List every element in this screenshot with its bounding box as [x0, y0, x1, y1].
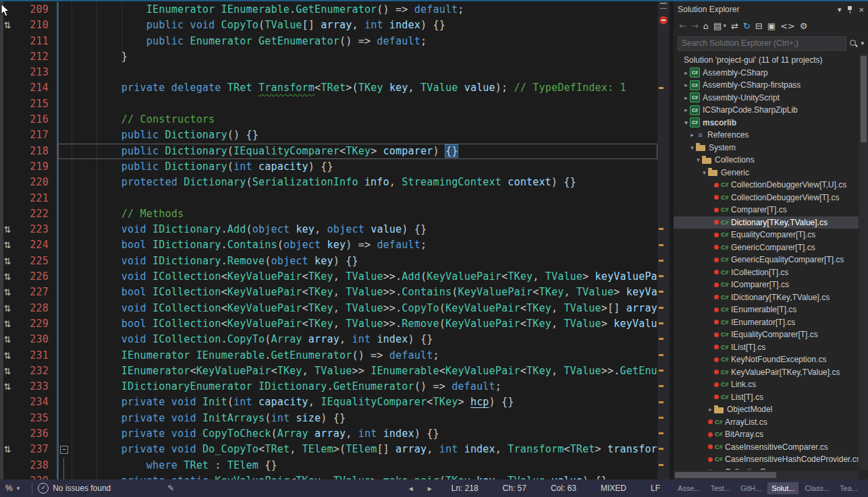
fold-collapse-icon[interactable]: − [60, 446, 68, 454]
properties-button[interactable]: ⚙ [800, 22, 808, 30]
chevron-collapsed-icon[interactable]: ▸ [682, 107, 690, 113]
line-number[interactable]: 211 [15, 34, 58, 49]
code-editor[interactable]: 209 IEnumerator IEnumerable.GetEnumerato… [0, 0, 670, 479]
line-number[interactable]: 218 [15, 144, 58, 159]
code-line[interactable]: ⇅232 IEnumerator<KeyValuePair<TKey, TVal… [0, 363, 657, 379]
code-line[interactable]: 218 public Dictionary(IEqualityComparer<… [0, 144, 657, 159]
line-number[interactable]: 214 [15, 80, 58, 96]
search-input[interactable] [678, 36, 846, 51]
tree-item-ilist-t-cs[interactable]: C#IList[T].cs [674, 341, 859, 354]
search-dropdown-icon[interactable]: ▾ [861, 40, 864, 47]
code-line[interactable]: ⇅226 void ICollection<KeyValuePair<TKey,… [0, 269, 657, 285]
tree-item-dictionary-tkey-tvalue-cs[interactable]: C#Dictionary[TKey,TValue].cs [674, 216, 859, 229]
issues-status[interactable]: No issues found [53, 484, 111, 493]
tree-item-ienumerator-t-cs[interactable]: C#IEnumerator[T].cs [674, 316, 859, 329]
tree-item-collectionbase-cs[interactable]: C#CollectionBase.cs [674, 466, 859, 471]
code-line[interactable]: 215 [0, 96, 657, 112]
tree-item-bitarray-cs[interactable]: C#BitArray.cs [674, 428, 859, 441]
code-line[interactable]: 213 [0, 65, 657, 80]
tool-tab-gith[interactable]: GitH... [736, 482, 765, 494]
code-line[interactable]: 211 public Enumerator GetEnumerator() =>… [0, 34, 657, 49]
line-number[interactable]: 229 [15, 316, 58, 332]
line-number[interactable]: 231 [15, 348, 58, 363]
tree-item-caseinsensitivecomparer-cs[interactable]: C#CaseInsensitiveComparer.cs [674, 441, 859, 454]
code-line[interactable]: 239 private static KeyValuePair<TKey, TV… [0, 473, 657, 479]
tree-item-caseinsensitivehashcodeprovider-cs[interactable]: C#CaseInsensitiveHashCodeProvider.cs [674, 453, 859, 466]
chevron-expanded-icon[interactable]: ▾ [688, 144, 696, 151]
line-number[interactable]: 215 [15, 96, 58, 112]
code-line[interactable]: ⇅224 bool IDictionary.Contains(object ke… [0, 237, 657, 253]
chevron-collapsed-icon[interactable]: ▸ [682, 82, 690, 88]
line-number[interactable]: 228 [15, 301, 58, 316]
outline-margin[interactable]: − [58, 442, 72, 457]
collapse-all-button[interactable]: ⊟ [755, 22, 763, 30]
tree-item-ienumerable-t-cs[interactable]: C#IEnumerable[T].cs [674, 303, 859, 316]
tree-item-arraylist-cs[interactable]: C#ArrayList.cs [674, 416, 859, 429]
chevron-expanded-icon[interactable]: ▾ [682, 119, 690, 126]
code-line[interactable]: ⇅210 public void CopyTo(TValue[] array, … [0, 18, 657, 33]
view-code-button[interactable]: <> [780, 22, 795, 30]
line-number[interactable]: 217 [15, 127, 58, 143]
tree-item-keynotfoundexception-cs[interactable]: C#KeyNotFoundException.cs [674, 353, 859, 366]
tree-item-icomparer-t-cs[interactable]: C#IComparer[T].cs [674, 279, 859, 291]
line-number[interactable]: 227 [15, 285, 58, 300]
code-line[interactable]: 220 protected Dictionary(SerializationIn… [0, 175, 657, 190]
tree-item-solution-project-gui-11-of-11-projects[interactable]: Solution 'project-gui' (11 of 11 project… [674, 54, 859, 67]
line-number[interactable]: 216 [15, 112, 58, 127]
tree-item-icollection-t-cs[interactable]: C#ICollection[T].cs [674, 266, 859, 279]
code-line[interactable]: ⇅223 void IDictionary.Add(object key, ob… [0, 222, 657, 237]
code-line[interactable]: 214 private delegate TRet Transform<TRet… [0, 80, 657, 96]
tree-item-iequalitycomparer-t-cs[interactable]: C#IEqualityComparer[T].cs [674, 328, 859, 341]
tree-item-references[interactable]: ▸≡References [674, 129, 859, 142]
tree-item-link-cs[interactable]: C#Link.cs [674, 378, 859, 391]
chevron-down-icon[interactable]: ▾ [838, 5, 842, 14]
chevron-collapsed-icon[interactable]: ▸ [707, 406, 714, 413]
line-number[interactable]: 230 [15, 332, 58, 347]
line-number[interactable]: 226 [15, 269, 58, 285]
scrollbar-thumb[interactable] [861, 56, 867, 142]
tree-item-assembly-unityscript[interactable]: ▸C#Assembly-UnityScript [674, 92, 859, 105]
line-number[interactable]: 221 [15, 191, 58, 206]
tree-item-keyvaluepair-tkey-tvalue-cs[interactable]: C#KeyValuePair[TKey,TValue].cs [674, 366, 859, 379]
tree-item-equalitycomparer-t-cs[interactable]: C#EqualityComparer[T].cs [674, 229, 859, 241]
switch-views-button-dropdown-icon[interactable]: ▾ [723, 22, 726, 29]
nav-back-icon[interactable]: ◄ [408, 485, 414, 492]
forward-button[interactable]: → [691, 22, 699, 30]
line-number[interactable]: 235 [15, 411, 58, 426]
code-line[interactable]: 236 private void CopyToCheck(Array array… [0, 426, 657, 442]
code-line[interactable]: ⇅233 IDictionaryEnumerator IDictionary.G… [0, 379, 657, 394]
line-number[interactable]: 210 [15, 18, 58, 33]
eol-indicator[interactable]: LF [651, 484, 660, 493]
code-line[interactable]: ⇅237− private void Do_CopyTo<TRet, TElem… [0, 442, 657, 457]
code-line[interactable]: ⇅225 void IDictionary.Remove(object key)… [0, 254, 657, 269]
tool-tab-asse[interactable]: Asse... [674, 482, 705, 494]
chevron-collapsed-icon[interactable]: ▸ [682, 69, 690, 76]
code-line[interactable]: 217 public Dictionary() {} [0, 127, 657, 143]
code-line[interactable]: ⇅227 bool ICollection<KeyValuePair<TKey,… [0, 285, 657, 300]
line-number[interactable]: 234 [15, 394, 58, 410]
tree-item-genericcomparer-t-cs[interactable]: C#GenericComparer[T].cs [674, 241, 859, 254]
tree-item-mscorlib[interactable]: ▾C#mscorlib [674, 117, 859, 129]
line-number[interactable]: 239 [15, 473, 58, 479]
editor-scrollbar[interactable] [657, 0, 670, 479]
line-number[interactable]: 225 [15, 254, 58, 269]
code-line[interactable]: 219 public Dictionary(int capacity) {} [0, 159, 657, 175]
line-number[interactable]: 220 [15, 175, 58, 190]
tree-item-idictionary-tkey-tvalue-cs[interactable]: C#IDictionary[TKey,TValue].cs [674, 291, 859, 304]
tree-item-collectiondebuggerview-t-u-cs[interactable]: C#CollectionDebuggerView[T,U].cs [674, 179, 859, 192]
line-number[interactable]: 213 [15, 65, 58, 80]
line-number[interactable]: 224 [15, 237, 58, 253]
solution-explorer-titlebar[interactable]: Solution Explorer ▾ × [674, 1, 868, 18]
tree-item-assembly-csharp-firstpass[interactable]: ▸C#Assembly-CSharp-firstpass [674, 79, 859, 92]
tree-item-generic[interactable]: ▾Generic [674, 167, 859, 179]
line-number[interactable]: 223 [15, 222, 58, 237]
code-line[interactable]: 222 // Methods [0, 206, 657, 222]
tree-item-genericequalitycomparer-t-cs[interactable]: C#GenericEqualityComparer[T].cs [674, 254, 859, 266]
code-line[interactable]: 234 private void Init(int capacity, IEqu… [0, 394, 657, 410]
line-endings-indicator[interactable]: MIXED [601, 484, 626, 493]
line-number[interactable]: 212 [15, 49, 58, 65]
split-grip-icon[interactable] [660, 3, 667, 9]
search-icon[interactable] [849, 39, 858, 48]
tool-tab-test[interactable]: Test... [707, 482, 734, 494]
tree-item-collections[interactable]: ▾Collections [674, 154, 859, 167]
